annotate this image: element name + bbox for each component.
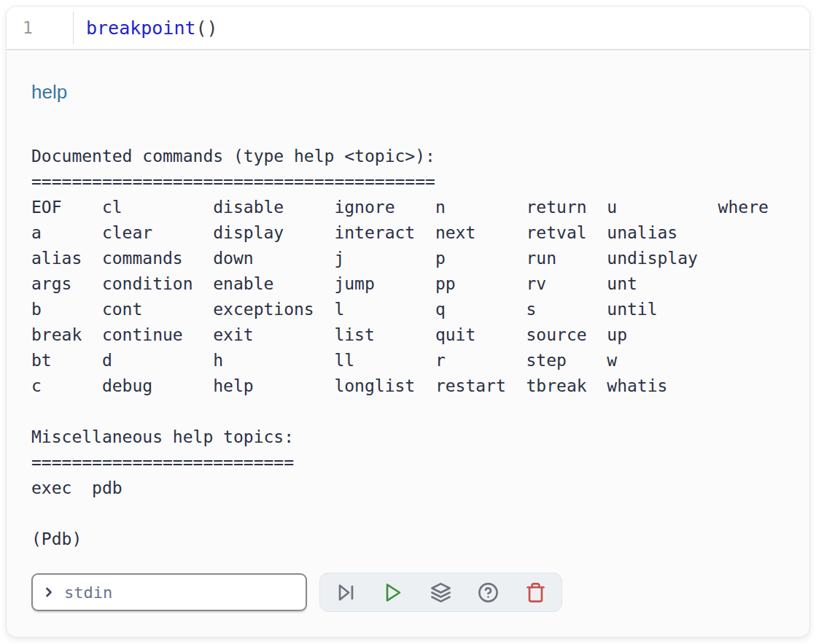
- trash-icon: [525, 582, 546, 603]
- layers-icon: [430, 582, 451, 603]
- stdin-input[interactable]: [63, 583, 297, 602]
- stdin-input-box[interactable]: [31, 573, 307, 611]
- code-punctuation-token: (): [196, 18, 218, 39]
- run-button[interactable]: [383, 582, 404, 603]
- help-button[interactable]: [478, 582, 499, 603]
- code-line[interactable]: breakpoint(): [86, 18, 218, 39]
- console-button-group: [319, 573, 562, 612]
- chevron-right-icon: [42, 585, 56, 600]
- gutter-divider: [73, 12, 74, 44]
- question-circle-icon: [478, 582, 499, 603]
- snippets-button[interactable]: [430, 582, 451, 603]
- console-output-area: help Documented commands (type help <top…: [7, 50, 809, 612]
- console-controls: [31, 573, 785, 612]
- line-number: 1: [23, 18, 33, 37]
- clear-output-button[interactable]: [525, 582, 546, 603]
- pdb-output: Documented commands (type help <topic>):…: [31, 144, 785, 552]
- code-builtin-token: breakpoint: [86, 18, 196, 39]
- line-number-gutter: 1: [7, 18, 73, 37]
- echoed-command: help: [31, 81, 785, 103]
- step-button[interactable]: [335, 582, 357, 603]
- console-card: 1 breakpoint() help Documented commands …: [6, 6, 810, 637]
- play-icon: [383, 582, 404, 603]
- code-editor: 1 breakpoint(): [7, 7, 809, 50]
- skip-forward-icon: [335, 582, 357, 603]
